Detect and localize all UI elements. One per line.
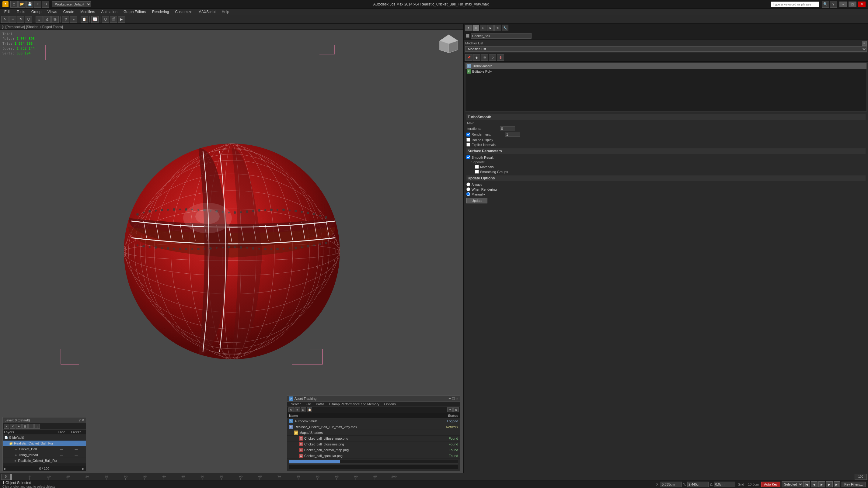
when-rendering-radio[interactable] <box>466 187 470 191</box>
percent-snap-btn[interactable]: % <box>52 16 59 23</box>
z-coord-input[interactable] <box>714 482 735 487</box>
asset-detail-btn[interactable]: 📋 <box>307 408 312 412</box>
remove-modifier-btn[interactable]: 🗑 <box>497 54 504 61</box>
menu-rendering[interactable]: Rendering <box>149 9 172 14</box>
open-btn[interactable]: 📂 <box>18 1 26 8</box>
modifier-options-btn[interactable]: ≡ <box>862 41 867 45</box>
select-btn[interactable]: ↖ <box>1 16 8 23</box>
menu-maxscript[interactable]: MAXScript <box>195 9 219 14</box>
layer-btn[interactable]: 📋 <box>81 16 88 23</box>
viewport-navigation-cube[interactable] <box>437 32 461 56</box>
render-iters-input[interactable] <box>505 132 520 137</box>
workspace-dropdown[interactable]: Workspace: Default <box>52 1 91 7</box>
asset-row-specular[interactable]: 🖼 Cricket_ball_specular.png Found <box>287 453 460 459</box>
asset-row-normal[interactable]: 🖼 Cricket_ball_normal_map.png Found <box>287 447 460 453</box>
layer-btn2[interactable]: ⊞ <box>22 424 28 429</box>
smoothing-groups-checkbox[interactable] <box>475 170 479 174</box>
always-radio[interactable] <box>466 183 470 186</box>
asset-menu-bitmap[interactable]: Bitmap Performance and Memory <box>327 402 381 406</box>
selected-dropdown[interactable]: Selected <box>782 481 803 487</box>
menu-graph-editors[interactable]: Graph Editors <box>121 9 149 14</box>
layer-btn4[interactable]: ↓ <box>34 424 40 429</box>
asset-help-btn[interactable]: ? <box>447 408 453 412</box>
menu-customize[interactable]: Customize <box>172 9 195 14</box>
snap-btn[interactable]: ⌂ <box>36 16 43 23</box>
asset-path-bar[interactable] <box>289 465 458 470</box>
move-btn[interactable]: ✛ <box>9 16 17 23</box>
asset-max-btn[interactable]: □ <box>452 396 455 401</box>
menu-tools[interactable]: Tools <box>14 9 28 14</box>
align-btn[interactable]: ≡ <box>70 16 77 23</box>
manually-radio[interactable] <box>466 192 470 196</box>
x-coord-input[interactable] <box>660 482 682 487</box>
modifier-stack[interactable]: T TurboSmooth E Editable Poly <box>465 63 867 111</box>
close-btn[interactable]: ✕ <box>858 2 866 7</box>
asset-row-vault[interactable]: V Autodesk Vault Logged <box>287 418 460 424</box>
help-btn[interactable]: ? <box>830 1 837 8</box>
layer-btn3[interactable]: ↑ <box>28 424 34 429</box>
materials-checkbox[interactable] <box>475 165 479 169</box>
anim-next-frame[interactable]: ▶ <box>826 481 833 487</box>
asset-row-maps-folder[interactable]: 📁 Maps / Shaders <box>287 430 460 436</box>
asset-menu-options[interactable]: Options <box>382 402 398 406</box>
asset-settings-btn[interactable]: ⚙ <box>453 408 459 412</box>
asset-menu-server[interactable]: Server <box>288 402 303 406</box>
key-filters-btn[interactable]: Key Filters... <box>841 482 866 487</box>
motion-tab[interactable]: ▶ <box>487 25 494 31</box>
asset-grid-btn[interactable]: ⊞ <box>301 408 306 412</box>
menu-help[interactable]: Help <box>219 9 232 14</box>
new-btn[interactable]: □ <box>10 1 18 8</box>
menu-views[interactable]: Views <box>44 9 60 14</box>
frame-current[interactable]: 100 <box>855 474 867 480</box>
layer-row-lining[interactable]: ○ lining_thread — — <box>3 452 86 458</box>
modify-tab[interactable]: ⊕ <box>472 25 479 31</box>
make-unique-btn[interactable]: ◇ <box>489 54 496 61</box>
hierarchy-tab[interactable]: ⊞ <box>480 25 487 31</box>
asset-row-diffuse[interactable]: 🖼 Cricket_ball_diffuse_map.png Found <box>287 436 460 442</box>
angle-snap-btn[interactable]: ∡ <box>43 16 51 23</box>
layer-row-realistic-fur[interactable]: ○ Realistic_Cricket_Ball_Fur — — <box>3 458 86 464</box>
display-tab[interactable]: 👁 <box>494 25 501 31</box>
active-shade-btn[interactable]: ◐ <box>473 54 480 61</box>
material-editor-btn[interactable]: ⬡ <box>102 16 109 23</box>
render-setup-btn[interactable]: 🎬 <box>110 16 117 23</box>
timeline[interactable]: 0 5 10 15 20 25 30 35 40 45 50 55 60 <box>0 473 868 480</box>
layers-close-btn[interactable]: × <box>82 418 84 422</box>
layer-add-btn[interactable]: × <box>4 424 9 429</box>
isoline-checkbox[interactable] <box>466 138 470 142</box>
layer-row-cricket-fur[interactable]: 📁 Realistic_Cricket_Ball_Fur — — <box>3 441 86 446</box>
asset-row-max-file[interactable]: M Realistic_Cricket_Ball_Fur_max_vray.ma… <box>287 424 460 430</box>
search-btn[interactable]: 🔍 <box>822 1 829 8</box>
redo-btn[interactable]: ↪ <box>42 1 49 8</box>
maximize-btn[interactable]: □ <box>848 2 857 7</box>
iterations-input[interactable] <box>500 126 515 131</box>
undo-btn[interactable]: ↩ <box>34 1 41 8</box>
modifier-turbsmooth[interactable]: T TurboSmooth <box>465 63 866 69</box>
asset-list-btn[interactable]: ≡ <box>294 408 300 412</box>
modifier-list-dropdown[interactable]: Modifier List <box>465 46 867 52</box>
explicit-normals-checkbox[interactable] <box>466 142 470 147</box>
asset-menu-paths[interactable]: Paths <box>313 402 327 406</box>
layer-new-btn[interactable]: + <box>16 424 22 429</box>
pin-stack-btn[interactable]: 📌 <box>465 54 472 61</box>
mirror-btn[interactable]: ⇄ <box>62 16 69 23</box>
autokey-btn[interactable]: Auto Key <box>761 482 780 487</box>
asset-menu-file[interactable]: File <box>303 402 313 406</box>
curve-editor-btn[interactable]: 📈 <box>91 16 99 23</box>
utilities-tab[interactable]: 🔧 <box>502 25 508 31</box>
layer-del-btn[interactable]: ✕ <box>10 424 16 429</box>
menu-animation[interactable]: Animation <box>98 9 121 14</box>
object-color-swatch[interactable] <box>466 34 469 38</box>
anim-next-key[interactable]: ▶| <box>834 481 840 487</box>
rotate-btn[interactable]: ↻ <box>17 16 24 23</box>
create-tab[interactable]: ✦ <box>465 25 472 31</box>
render-btn[interactable]: ▶ <box>118 16 125 23</box>
show-end-btn[interactable]: ⊡ <box>481 54 488 61</box>
menu-group[interactable]: Group <box>28 9 44 14</box>
layer-row-cricket-ball[interactable]: ○ Cricket_Ball — — <box>3 446 86 452</box>
scale-btn[interactable]: ⬡ <box>25 16 32 23</box>
anim-prev-frame[interactable]: ◀ <box>811 481 817 487</box>
layer-row-default[interactable]: 📄 0 (default) — — <box>3 435 86 441</box>
render-iters-checkbox[interactable] <box>466 133 470 136</box>
modifier-editable-poly[interactable]: E Editable Poly <box>465 69 866 74</box>
